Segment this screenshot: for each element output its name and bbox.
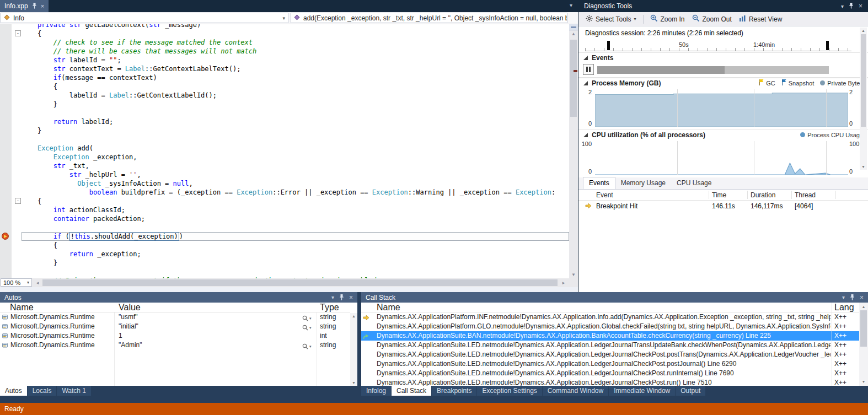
editor-vertical-scrollbar[interactable]: ▲ ▼	[569, 24, 578, 278]
expander-icon[interactable]	[583, 79, 588, 87]
frame-language: X++	[834, 378, 846, 386]
zoom-in-label: Zoom In	[661, 15, 685, 23]
breakpoint-hit-icon[interactable]	[2, 233, 9, 240]
autos-scrollbar[interactable]: ▲ ▼	[350, 313, 357, 386]
callstack-scrollbar[interactable]: ▲ ▼	[859, 303, 868, 386]
tab-call-stack[interactable]: Call Stack	[392, 386, 431, 396]
callstack-frame[interactable]: Dynamics.AX.ApplicationSuite.LED.netmodu…	[361, 369, 859, 378]
tab-autos[interactable]: Autos	[0, 386, 27, 396]
event-row[interactable]: Breakpoint Hit146.11s146,117ms[4064]	[578, 201, 868, 212]
reset-view-button[interactable]: Reset View	[736, 14, 785, 25]
y-axis-label: 2	[580, 89, 592, 95]
zoom-dropdown[interactable]: 100 % ▾	[1, 278, 32, 287]
fold-collapse-icon[interactable]: -	[15, 198, 21, 204]
zoom-out-button[interactable]: Zoom Out	[689, 13, 735, 25]
pin-icon[interactable]	[850, 294, 855, 301]
pin-icon[interactable]	[32, 2, 37, 10]
column-header-value[interactable]: Value	[119, 303, 141, 312]
tab-locals[interactable]: Locals	[28, 386, 57, 396]
scroll-up-icon[interactable]: ▲	[350, 313, 357, 319]
expander-icon[interactable]	[583, 131, 588, 139]
tab-immediate-window[interactable]: Immediate Window	[609, 386, 675, 396]
panel-splitter[interactable]	[0, 287, 578, 292]
close-icon[interactable]: ×	[860, 294, 864, 301]
close-icon[interactable]: ×	[41, 3, 44, 9]
cpu-section-header[interactable]: CPU utilization (% of all processors) Pr…	[578, 130, 868, 139]
callstack-frame[interactable]: Dynamics.AX.ApplicationSuite.LED.netmodu…	[361, 359, 859, 369]
column-header-lang[interactable]: Lang	[834, 303, 854, 312]
autos-row[interactable]: Microsoft.Dynamics.Runtime1int	[0, 331, 350, 341]
scroll-left-icon[interactable]: ◂	[33, 278, 42, 287]
member-dropdown[interactable]: add(Exception _exception, str _txt, str …	[291, 13, 567, 23]
scroll-up-icon[interactable]: ▲	[860, 28, 867, 34]
chevron-down-icon[interactable]: ▾	[331, 294, 334, 300]
code-editor[interactable]: private str getLabelContext(str _message…	[0, 24, 569, 278]
tab-command-window[interactable]: Command Window	[543, 386, 608, 396]
column-header-thread[interactable]: Thread	[795, 190, 816, 201]
memory-plot[interactable]	[595, 89, 848, 127]
timeline-ruler[interactable]: 50s 1:40min	[585, 40, 851, 51]
expander-icon[interactable]	[583, 54, 588, 62]
diagnostics-scrollbar[interactable]: ▲ ▼	[860, 28, 867, 170]
callstack-frame[interactable]: Dynamics.AX.ApplicationSuite.LED.netmodu…	[361, 341, 859, 350]
scrollbar-thumb[interactable]	[860, 310, 867, 347]
chevron-down-icon[interactable]: ▾	[570, 2, 572, 8]
tab-cpu-usage[interactable]: CPU Usage	[671, 177, 717, 189]
fold-collapse-icon[interactable]: -	[15, 30, 21, 36]
autos-row[interactable]: Microsoft.Dynamics.Runtime"initial"▾stri…	[0, 322, 350, 331]
scroll-down-icon[interactable]: ▼	[860, 164, 867, 170]
column-header-name[interactable]: Name	[377, 303, 400, 312]
tab-watch-1[interactable]: Watch 1	[57, 386, 91, 396]
breakpoint-gutter[interactable]	[0, 24, 12, 278]
scrollbar-thumb[interactable]	[861, 34, 866, 127]
column-header-type[interactable]: Type	[320, 303, 339, 312]
column-header-name[interactable]: Name	[10, 303, 34, 312]
cpu-plot[interactable]	[595, 141, 848, 175]
tab-output[interactable]: Output	[676, 386, 705, 396]
close-icon[interactable]: ×	[349, 294, 353, 301]
scroll-up-icon[interactable]: ▲	[569, 31, 578, 37]
callstack-frame[interactable]: Dynamics.AX.ApplicationPlatform.INF.netm…	[361, 312, 859, 322]
events-section-header[interactable]: Events	[578, 52, 868, 62]
tab-infolog[interactable]: Infolog	[361, 386, 391, 396]
timeline-range-marker[interactable]	[826, 41, 829, 50]
scrollbar-thumb[interactable]	[570, 40, 577, 117]
tab-events[interactable]: Events	[583, 177, 615, 189]
pin-icon[interactable]	[849, 2, 854, 10]
pin-icon[interactable]	[339, 294, 344, 301]
autos-row[interactable]: Microsoft.Dynamics.Runtime"Admin"▾string	[0, 341, 350, 350]
pause-button[interactable]	[583, 64, 594, 75]
close-icon[interactable]: ×	[859, 2, 862, 10]
scroll-right-icon[interactable]: ▸	[559, 278, 568, 287]
editor-split-handle[interactable]	[569, 24, 578, 30]
column-header-duration[interactable]: Duration	[751, 190, 775, 201]
scroll-down-icon[interactable]: ▼	[859, 379, 868, 385]
tab-memory-usage[interactable]: Memory Usage	[615, 177, 671, 189]
callstack-titlebar[interactable]: Call Stack ▾ ×	[361, 292, 868, 303]
callstack-frame[interactable]: Dynamics.AX.ApplicationPlatform.GLO.netm…	[361, 322, 859, 331]
timeline-range-marker[interactable]	[607, 41, 610, 50]
callstack-frame[interactable]: Dynamics.AX.ApplicationSuite.LED.netmodu…	[361, 350, 859, 359]
autos-titlebar[interactable]: Autos ▾ ×	[0, 292, 357, 303]
callstack-frame[interactable]: Dynamics.AX.ApplicationSuite.LED.netmodu…	[361, 378, 859, 386]
tab-exception-settings[interactable]: Exception Settings	[477, 386, 542, 396]
scroll-down-icon[interactable]: ▼	[350, 380, 357, 386]
magnifier-icon[interactable]: ▾	[302, 342, 312, 351]
type-dropdown[interactable]: Info ▾	[1, 13, 288, 23]
chevron-down-icon[interactable]: ▾	[842, 294, 845, 300]
column-header-time[interactable]: Time	[712, 190, 726, 201]
column-header-event[interactable]: Event	[596, 190, 613, 201]
horizontal-scrollbar-thumb[interactable]	[42, 279, 558, 286]
chevron-down-icon[interactable]: ▾	[841, 3, 844, 9]
tab-breakpoints[interactable]: Breakpoints	[432, 386, 476, 396]
scroll-down-icon[interactable]: ▼	[569, 272, 578, 278]
autos-row[interactable]: Microsoft.Dynamics.Runtime"usmf"▾string	[0, 312, 350, 322]
diagnostic-tools-titlebar[interactable]: Diagnostic Tools ▾ ×	[578, 0, 868, 12]
memory-section-header[interactable]: Process Memory (GB) GC Snapshot Private …	[578, 78, 868, 88]
events-track[interactable]	[597, 66, 829, 74]
scroll-up-icon[interactable]: ▲	[859, 304, 868, 310]
select-tools-button[interactable]: Select Tools ▾	[583, 14, 639, 25]
tab-info-xpp[interactable]: Info.xpp ×	[0, 0, 49, 12]
callstack-frame[interactable]: Dynamics.AX.ApplicationSuite.BAN.netmodu…	[361, 331, 859, 341]
zoom-in-button[interactable]: Zoom In	[647, 13, 688, 25]
